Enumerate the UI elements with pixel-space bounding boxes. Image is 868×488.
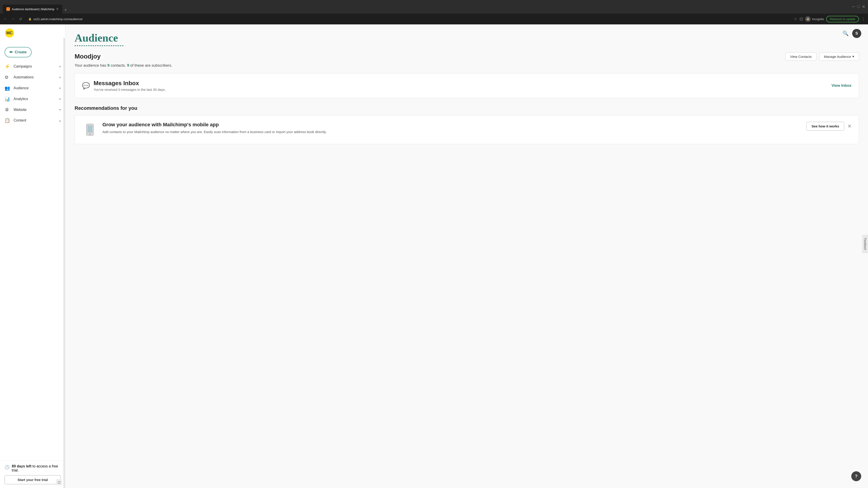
app-container: MC ✏ Create ⚡ Campaigns ▾ ⚙ Automations …	[0, 24, 868, 488]
svg-text:MC: MC	[6, 31, 13, 35]
dismiss-recommendation-button[interactable]: ✕	[847, 123, 851, 129]
sidebar-item-automations[interactable]: ⚙ Automations ▾	[0, 72, 65, 83]
subscribers-count: 9	[127, 63, 129, 68]
tab-favicon	[6, 7, 10, 11]
page-title: Audience	[74, 32, 859, 44]
sidebar-bottom: 🕐 89 days left to access a free trial. S…	[0, 460, 65, 488]
inbox-text: Messages Inbox You've received 0 message…	[94, 80, 166, 92]
sidebar-item-label-analytics: Analytics	[13, 97, 28, 101]
audience-actions: View Contacts Manage Audience ▾	[785, 53, 859, 61]
browser-chrome: Audience dashboard | Mailchimp ✕ + ─ □ ✕	[0, 0, 868, 13]
browser-menu-icon[interactable]: ⋮	[861, 17, 865, 22]
sidebar-item-label-website: Website	[13, 108, 27, 112]
trial-info: 🕐 89 days left to access a free trial.	[4, 464, 61, 473]
search-button[interactable]: 🔍	[842, 31, 848, 36]
top-right-header: 🔍 S	[842, 29, 861, 38]
minimize-button[interactable]: ─	[852, 4, 855, 9]
sidebar-item-analytics[interactable]: 📊 Analytics ▾	[0, 94, 65, 104]
browser-toolbar: ← → ↺ 🔒 us21.admin.mailchimp.com/audienc…	[0, 13, 868, 24]
chevron-down-icon-website: ▾	[59, 108, 61, 111]
feedback-tab[interactable]: Feedback	[862, 235, 868, 253]
sidebar-item-label-campaigns: Campaigns	[13, 64, 32, 68]
start-trial-button[interactable]: Start your free trial	[4, 475, 61, 484]
stats-prefix: Your audience has	[74, 63, 107, 68]
close-window-button[interactable]: ✕	[862, 4, 865, 9]
recommendation-body: Grow your audience with Mailchimp's mobi…	[102, 122, 802, 135]
pencil-icon: ✏	[9, 50, 13, 55]
refresh-button[interactable]: ↺	[18, 16, 23, 22]
inbox-left: 💬 Messages Inbox You've received 0 messa…	[82, 80, 166, 92]
collapse-icon: ◫	[58, 480, 61, 484]
bookmark-icon[interactable]: ☆	[794, 17, 797, 22]
inbox-icon: 💬	[82, 82, 90, 90]
chevron-down-manage-icon: ▾	[852, 55, 854, 59]
tab-close-button[interactable]: ✕	[56, 7, 59, 11]
help-button[interactable]: ?	[851, 471, 861, 481]
inbox-subtitle: You've received 0 messages in the last 3…	[94, 88, 166, 92]
toolbar-right: ☆ ⊡ 🕵 Incognito Relaunch to update ⋮	[794, 16, 865, 22]
relaunch-button[interactable]: Relaunch to update	[826, 16, 859, 22]
audience-stats: Your audience has 9 contacts. 9 of these…	[74, 63, 859, 68]
sidebar-item-audience[interactable]: 👥 Audience ▾	[0, 83, 65, 94]
manage-audience-button[interactable]: Manage Audience ▾	[819, 53, 859, 61]
sidebar-scroll: ✏ Create ⚡ Campaigns ▾ ⚙ Automations ▾ 👥…	[0, 41, 65, 460]
create-label: Create	[15, 50, 27, 55]
view-inbox-link[interactable]: View Inbox	[832, 84, 852, 88]
tab-title: Audience dashboard | Mailchimp	[12, 7, 54, 11]
title-underline	[74, 45, 124, 46]
sidebar-item-campaigns[interactable]: ⚡ Campaigns ▾	[0, 61, 65, 72]
chevron-down-icon-automations: ▾	[59, 76, 61, 79]
website-icon: 🖥	[4, 107, 10, 112]
recommendation-card: 📱 Grow your audience with Mailchimp's mo…	[74, 115, 859, 144]
svg-point-4	[89, 133, 91, 135]
content-icon: 📋	[4, 118, 10, 123]
mailchimp-logo-icon: MC	[4, 28, 14, 38]
back-button[interactable]: ←	[3, 16, 8, 22]
see-how-it-works-button[interactable]: See how it works	[806, 122, 844, 131]
campaigns-icon: ⚡	[4, 64, 10, 69]
url-text: us21.admin.mailchimp.com/audience/	[33, 18, 83, 21]
forward-button[interactable]: →	[10, 16, 16, 22]
sidebar-item-label-content: Content	[13, 119, 26, 123]
sidebar-item-label-automations: Automations	[13, 75, 34, 79]
sidebar-collapse-button[interactable]: ◫	[56, 479, 62, 485]
active-tab[interactable]: Audience dashboard | Mailchimp ✕	[3, 4, 62, 13]
address-bar[interactable]: 🔒 us21.admin.mailchimp.com/audience/	[25, 16, 161, 22]
split-view-icon[interactable]: ⊡	[800, 17, 803, 22]
inbox-title: Messages Inbox	[94, 80, 166, 87]
automations-icon: ⚙	[4, 74, 10, 80]
contacts-count: 9	[107, 63, 110, 68]
incognito-badge: 🕵 Incognito	[805, 16, 824, 22]
sidebar-item-label-audience: Audience	[13, 86, 29, 90]
sidebar-item-content[interactable]: 📋 Content ▴	[0, 115, 65, 126]
sidebar-scrollbar	[64, 38, 65, 488]
recommendations-title: Recommendations for you	[74, 105, 859, 111]
audience-name: Moodjoy	[74, 53, 101, 60]
chevron-up-icon-content: ▴	[59, 119, 61, 122]
clock-icon: 🕐	[4, 465, 9, 470]
recommendation-description: Add contacts to your Mailchimp audience …	[102, 129, 802, 135]
chevron-down-icon-analytics: ▾	[59, 97, 61, 101]
chevron-down-icon-audience: ▾	[59, 87, 61, 90]
sidebar-item-website[interactable]: 🖥 Website ▾	[0, 104, 65, 115]
stats-suffix: of these are subscribers.	[129, 63, 172, 68]
maximize-button[interactable]: □	[857, 4, 860, 9]
main-content: 🔍 S Audience Moodjoy View Contacts Manag…	[66, 24, 868, 488]
chevron-down-icon: ▾	[59, 65, 61, 68]
svg-rect-3	[88, 125, 92, 133]
incognito-icon: 🕵	[805, 16, 811, 22]
create-button[interactable]: ✏ Create	[4, 47, 32, 57]
browser-tabs: Audience dashboard | Mailchimp ✕ +	[3, 0, 848, 13]
manage-audience-label: Manage Audience	[824, 55, 851, 59]
inbox-card: 💬 Messages Inbox You've received 0 messa…	[74, 73, 859, 98]
stats-middle: contacts.	[110, 63, 127, 68]
user-avatar-button[interactable]: S	[852, 29, 861, 38]
mobile-app-illustration: 📱	[82, 122, 98, 138]
trial-text-container: 89 days left to access a free trial.	[12, 464, 61, 473]
view-contacts-button[interactable]: View Contacts	[785, 53, 816, 61]
recommendation-actions: See how it works ✕	[806, 122, 851, 131]
lock-icon: 🔒	[28, 18, 32, 21]
new-tab-button[interactable]: +	[62, 6, 69, 13]
audience-icon: 👥	[4, 86, 10, 91]
incognito-label: Incognito	[812, 18, 824, 21]
